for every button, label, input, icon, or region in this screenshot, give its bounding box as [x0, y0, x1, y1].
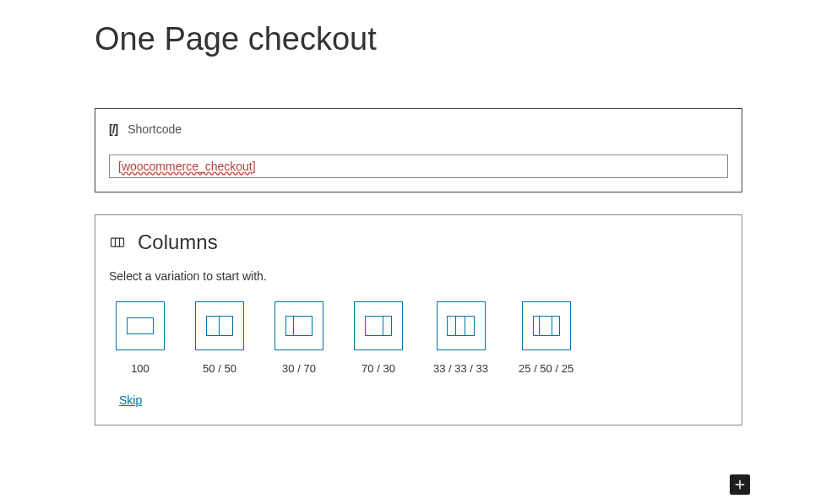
variation-inner: [206, 316, 233, 336]
col: [220, 317, 232, 335]
col: [383, 317, 391, 335]
shortcode-icon: [/]: [109, 122, 117, 136]
col: [207, 317, 220, 335]
variation-25-50-25[interactable]: 25 / 50 / 25: [519, 301, 573, 375]
svg-rect-0: [111, 238, 124, 247]
variation-50-50[interactable]: 50 / 50: [195, 301, 244, 375]
variations-list: 100 50 / 50 30 / 70: [116, 301, 728, 375]
variation-label: 25 / 50 / 25: [519, 362, 573, 375]
add-block-button[interactable]: [730, 474, 750, 495]
col: [448, 317, 456, 335]
columns-description: Select a variation to start with.: [109, 269, 728, 283]
shortcode-input[interactable]: [woocommerce_checkout]: [109, 154, 728, 178]
page-title: One Page checkout: [95, 21, 742, 57]
col: [534, 317, 541, 335]
variation-box: [354, 301, 403, 350]
col: [294, 317, 312, 335]
col: [456, 317, 465, 335]
columns-block: Columns Select a variation to start with…: [95, 214, 742, 425]
col: [366, 317, 383, 335]
col: [286, 317, 294, 335]
variation-label: 100: [131, 362, 149, 375]
variation-label: 50 / 50: [203, 362, 236, 375]
shortcode-value: woocommerce_checkout: [122, 160, 253, 173]
variation-box: [274, 301, 323, 350]
variation-30-70[interactable]: 30 / 70: [274, 301, 323, 375]
variation-box: [522, 301, 571, 350]
shortcode-header: [/] Shortcode: [109, 122, 728, 136]
col: [465, 317, 474, 335]
variation-label: 70 / 30: [361, 362, 395, 375]
columns-header: Columns: [109, 230, 728, 254]
variation-label: 30 / 70: [282, 362, 316, 375]
columns-title: Columns: [138, 230, 218, 254]
shortcode-label: Shortcode: [128, 122, 182, 136]
variation-33-33-33[interactable]: 33 / 33 / 33: [433, 301, 488, 375]
skip-link[interactable]: Skip: [119, 393, 142, 407]
variation-box: [437, 301, 486, 350]
variation-inner: [533, 316, 560, 336]
variation-box: [195, 301, 244, 350]
plus-icon: [732, 477, 747, 492]
variation-label: 33 / 33 / 33: [433, 362, 488, 375]
variation-inner: [127, 317, 154, 334]
variation-100[interactable]: 100: [116, 301, 165, 375]
col: [552, 317, 558, 335]
variation-box: [116, 301, 165, 350]
shortcode-block: [/] Shortcode [woocommerce_checkout]: [95, 108, 742, 192]
variation-inner: [285, 316, 313, 336]
variation-inner: [365, 316, 392, 336]
variation-inner: [447, 316, 475, 336]
variation-70-30[interactable]: 70 / 30: [354, 301, 403, 375]
col: [540, 317, 552, 335]
columns-icon: [109, 234, 126, 251]
